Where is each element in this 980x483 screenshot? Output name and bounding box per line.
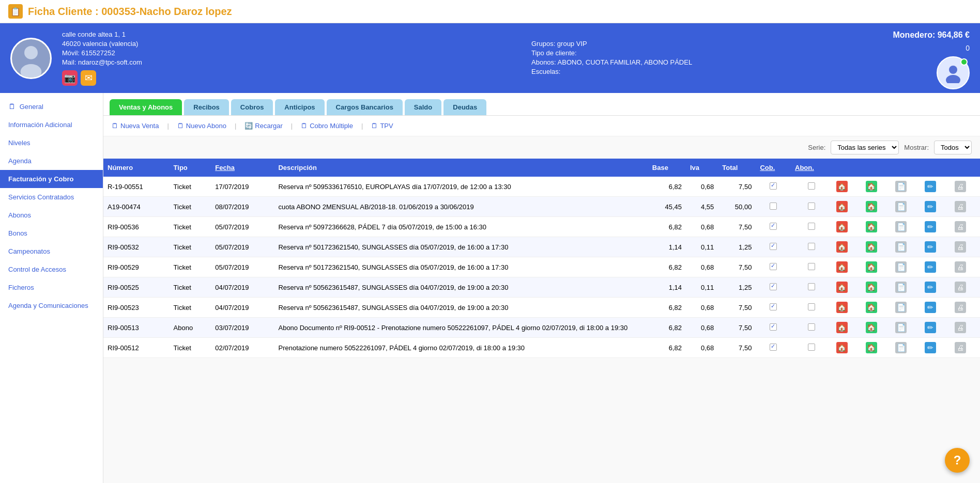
cell-abon[interactable]	[791, 338, 832, 358]
cell-action-edit[interactable]: ✏	[921, 237, 950, 257]
tab-deudas[interactable]: Deudas	[443, 99, 486, 115]
nueva-venta-button[interactable]: 🗒 Nueva Venta	[112, 122, 159, 130]
cell-action-home[interactable]: 🏠	[832, 197, 862, 217]
cell-action-home[interactable]: 🏠	[832, 277, 862, 298]
cell-action-edit[interactable]: ✏	[921, 177, 950, 197]
sidebar-item-agenda-comunicaciones[interactable]: Agenda y Comunicaciones	[0, 297, 103, 315]
cell-action-doc[interactable]: 📄	[891, 197, 921, 217]
doc-icon[interactable]: 📄	[895, 241, 907, 253]
sidebar-item-general[interactable]: 🗒 General	[0, 97, 103, 116]
cell-cob[interactable]	[756, 298, 791, 318]
mostrar-select[interactable]: Todos	[934, 141, 972, 154]
cell-cob[interactable]	[756, 277, 791, 298]
cell-action-doc[interactable]: 📄	[891, 177, 921, 197]
sidebar-item-info-adicional[interactable]: Información Adicional	[0, 116, 103, 134]
abon-checkbox[interactable]	[808, 323, 815, 331]
cell-action-home[interactable]: 🏠	[832, 318, 862, 338]
sidebar-item-ficheros[interactable]: Ficheros	[0, 278, 103, 297]
tab-ventas-abonos[interactable]: Ventas y Abonos	[110, 99, 182, 115]
print-icon[interactable]: 🖨	[955, 282, 966, 293]
sidebar-item-bonos[interactable]: Bonos	[0, 224, 103, 242]
cell-action-home2[interactable]: 🏠	[862, 257, 891, 277]
home-icon[interactable]: 🏠	[836, 221, 848, 232]
home-green-icon[interactable]: 🏠	[866, 302, 877, 313]
home-green-icon[interactable]: 🏠	[866, 322, 877, 333]
edit-icon[interactable]: ✏	[925, 322, 936, 333]
cell-action-doc[interactable]: 📄	[891, 257, 921, 277]
cell-action-edit[interactable]: ✏	[921, 298, 950, 318]
doc-icon[interactable]: 📄	[895, 322, 907, 333]
print-icon[interactable]: 🖨	[955, 221, 966, 232]
cell-action-edit[interactable]: ✏	[921, 217, 950, 237]
instagram-button[interactable]: 📷	[62, 70, 78, 86]
edit-icon[interactable]: ✏	[925, 221, 936, 232]
cell-abon[interactable]	[791, 277, 832, 298]
cob-checkbox[interactable]	[770, 263, 777, 270]
print-icon[interactable]: 🖨	[955, 322, 966, 333]
abon-checkbox[interactable]	[808, 223, 815, 230]
home-icon[interactable]: 🏠	[836, 241, 848, 253]
cobro-multiple-button[interactable]: 🗒 Cobro Múltiple	[301, 122, 353, 130]
nuevo-abono-button[interactable]: 🗒 Nuevo Abono	[177, 122, 226, 130]
edit-icon[interactable]: ✏	[925, 261, 936, 273]
abon-checkbox[interactable]	[808, 263, 815, 270]
home-green-icon[interactable]: 🏠	[866, 181, 877, 192]
cell-abon[interactable]	[791, 177, 832, 197]
recargar-button[interactable]: 🔄 Recargar	[244, 122, 282, 130]
cob-checkbox[interactable]	[770, 243, 777, 250]
cell-action-home2[interactable]: 🏠	[862, 318, 891, 338]
home-green-icon[interactable]: 🏠	[866, 221, 877, 232]
home-icon[interactable]: 🏠	[836, 322, 848, 333]
doc-icon[interactable]: 📄	[895, 342, 907, 353]
doc-icon[interactable]: 📄	[895, 302, 907, 313]
abon-checkbox[interactable]	[808, 202, 815, 210]
tpv-button[interactable]: 🗒 TPV	[371, 122, 393, 130]
abon-checkbox[interactable]	[808, 243, 815, 250]
cell-abon[interactable]	[791, 318, 832, 338]
cell-abon[interactable]	[791, 217, 832, 237]
tab-saldo[interactable]: Saldo	[405, 99, 441, 115]
abon-checkbox[interactable]	[808, 344, 815, 351]
cell-action-home[interactable]: 🏠	[832, 177, 862, 197]
cell-action-doc[interactable]: 📄	[891, 318, 921, 338]
cell-action-home2[interactable]: 🏠	[862, 237, 891, 257]
cell-action-doc[interactable]: 📄	[891, 237, 921, 257]
doc-icon[interactable]: 📄	[895, 261, 907, 273]
cell-action-print[interactable]: 🖨	[951, 298, 980, 318]
sidebar-item-agenda[interactable]: Agenda	[0, 152, 103, 170]
sidebar-item-abonos[interactable]: Abonos	[0, 206, 103, 224]
abon-checkbox[interactable]	[808, 283, 815, 290]
sidebar-item-campeonatos[interactable]: Campeonatos	[0, 242, 103, 260]
cob-checkbox[interactable]	[770, 223, 777, 230]
tab-anticipos[interactable]: Anticipos	[275, 99, 324, 115]
print-icon[interactable]: 🖨	[955, 261, 966, 273]
doc-icon[interactable]: 📄	[895, 282, 907, 293]
sidebar-item-control-accesos[interactable]: Control de Accesos	[0, 260, 103, 278]
cell-action-print[interactable]: 🖨	[951, 217, 980, 237]
cell-action-edit[interactable]: ✏	[921, 197, 950, 217]
abon-checkbox[interactable]	[808, 182, 815, 190]
cell-action-home2[interactable]: 🏠	[862, 177, 891, 197]
print-icon[interactable]: 🖨	[955, 201, 966, 212]
cob-checkbox[interactable]	[770, 283, 777, 290]
doc-icon[interactable]: 📄	[895, 221, 907, 232]
edit-icon[interactable]: ✏	[925, 342, 936, 353]
doc-icon[interactable]: 📄	[895, 181, 907, 192]
cob-checkbox[interactable]	[770, 182, 777, 190]
edit-icon[interactable]: ✏	[925, 302, 936, 313]
cell-action-print[interactable]: 🖨	[951, 237, 980, 257]
cell-abon[interactable]	[791, 257, 832, 277]
sidebar-item-niveles[interactable]: Niveles	[0, 134, 103, 152]
email-button[interactable]: ✉	[81, 70, 96, 86]
print-icon[interactable]: 🖨	[955, 241, 966, 253]
cell-abon[interactable]	[791, 197, 832, 217]
sidebar-item-servicios[interactable]: Servicios Contratados	[0, 188, 103, 206]
cell-action-edit[interactable]: ✏	[921, 318, 950, 338]
cell-action-print[interactable]: 🖨	[951, 277, 980, 298]
edit-icon[interactable]: ✏	[925, 241, 936, 253]
cell-action-doc[interactable]: 📄	[891, 277, 921, 298]
doc-icon[interactable]: 📄	[895, 201, 907, 212]
cell-cob[interactable]	[756, 177, 791, 197]
cell-action-edit[interactable]: ✏	[921, 257, 950, 277]
home-green-icon[interactable]: 🏠	[866, 282, 877, 293]
